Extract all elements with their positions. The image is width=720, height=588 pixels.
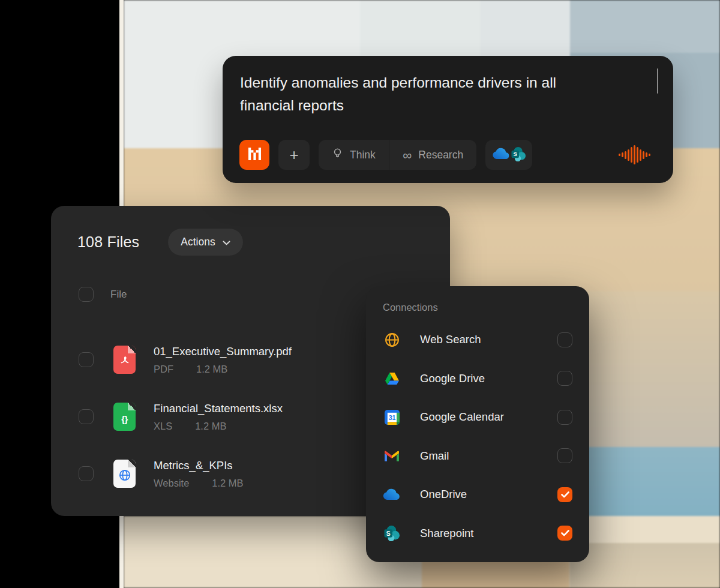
pixel-m-logo-icon [248, 148, 261, 163]
app-logo-button[interactable] [239, 140, 269, 170]
google-drive-icon [383, 372, 401, 385]
connection-checkbox[interactable] [557, 448, 572, 463]
connection-row-web-search[interactable]: Web Search [366, 320, 589, 359]
connection-checkbox[interactable] [557, 410, 572, 425]
add-attachment-button[interactable]: + [278, 140, 310, 170]
globe-icon [118, 469, 131, 484]
voice-waveform-icon[interactable] [619, 145, 650, 164]
mode-button-group: Think ∞ Research [319, 140, 476, 170]
file-size: 1.2 MB [195, 421, 226, 431]
connection-row-google-drive[interactable]: Google Drive [366, 359, 589, 398]
think-label: Think [350, 149, 376, 161]
web-search-icon [383, 332, 401, 348]
lightbulb-icon [332, 148, 343, 162]
file-checkbox[interactable] [79, 352, 94, 367]
onedrive-icon [492, 148, 511, 162]
think-button[interactable]: Think [319, 140, 389, 170]
connection-checkbox[interactable] [557, 332, 572, 347]
braces-glyph: {} [121, 414, 128, 424]
file-type: XLS [154, 421, 172, 431]
svg-text:31: 31 [388, 414, 395, 421]
connections-list: Web Search Google Drive [366, 320, 589, 553]
file-checkbox[interactable] [79, 409, 94, 424]
prompt-toolbar: + Think ∞ Research [239, 140, 659, 170]
file-meta: PDF1.2 MB [154, 364, 292, 375]
sharepoint-icon: S [383, 525, 401, 541]
connection-row-google-calendar[interactable]: 31 Google Calendar [366, 398, 589, 437]
file-meta: Website1.2 MB [154, 478, 244, 489]
file-column-header: File [110, 289, 127, 301]
prompt-card: Identify anomalies and performance drive… [223, 56, 673, 183]
actions-dropdown-button[interactable]: Actions [168, 229, 242, 256]
select-all-checkbox[interactable] [79, 287, 94, 302]
sharepoint-icon: S [511, 146, 526, 164]
file-checkbox[interactable] [79, 466, 94, 481]
file-type: PDF [154, 364, 173, 374]
file-size: 1.2 MB [212, 478, 243, 488]
spreadsheet-file-icon: {} [113, 403, 136, 431]
connections-title: Connections [366, 286, 589, 313]
file-type: Website [154, 478, 189, 488]
file-name: Financial_Statements.xlsx [154, 402, 283, 415]
files-count-title: 108 Files [77, 233, 139, 251]
file-name: Metrics_&_KPIs [154, 459, 244, 472]
file-meta: XLS1.2 MB [154, 421, 283, 432]
onedrive-icon [383, 488, 401, 500]
svg-text:S: S [513, 151, 517, 157]
plus-icon: + [289, 146, 298, 164]
connection-row-sharepoint[interactable]: S Sharepoint [366, 514, 589, 553]
microsoft-sources-chip[interactable]: S [485, 140, 532, 170]
website-file-icon [113, 460, 136, 488]
files-header: 108 Files Actions [51, 206, 450, 256]
gmail-icon [383, 450, 401, 462]
connection-checkbox-checked[interactable] [557, 487, 572, 502]
connections-panel: Connections Web Search Google D [366, 286, 589, 562]
connection-checkbox-checked[interactable] [557, 526, 572, 541]
google-calendar-icon: 31 [383, 410, 401, 425]
research-label: Research [418, 149, 463, 161]
file-size: 1.2 MB [196, 364, 227, 374]
pdf-file-icon [113, 346, 136, 374]
file-name: 01_Executive_Summary.pdf [154, 345, 292, 358]
research-button[interactable]: ∞ Research [389, 140, 476, 170]
connection-checkbox[interactable] [557, 371, 572, 386]
svg-text:S: S [386, 530, 390, 537]
actions-label: Actions [181, 236, 215, 248]
infinity-icon: ∞ [403, 149, 412, 161]
chevron-down-icon [223, 236, 230, 248]
connection-row-gmail[interactable]: Gmail [366, 437, 589, 476]
prompt-input[interactable]: Identify anomalies and performance drive… [240, 71, 594, 116]
text-caret [657, 68, 659, 94]
connection-row-onedrive[interactable]: OneDrive [366, 475, 589, 514]
